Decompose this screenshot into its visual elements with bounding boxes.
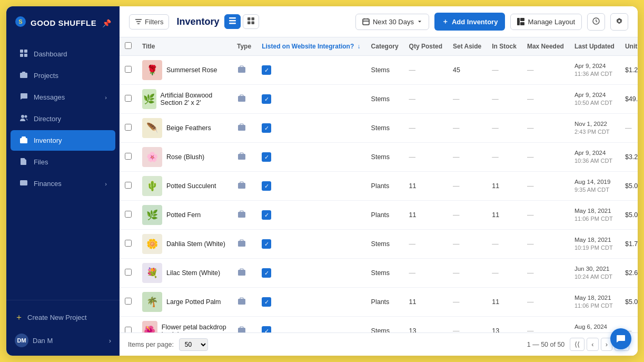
history-button[interactable] bbox=[587, 13, 605, 31]
filters-button[interactable]: Filters bbox=[129, 14, 169, 30]
item-thumbnail: 🌺 bbox=[142, 321, 157, 332]
row-category-cell: Stems bbox=[366, 114, 404, 143]
row-checkbox[interactable] bbox=[125, 269, 132, 276]
row-set-aside-cell: — bbox=[448, 172, 487, 201]
svg-rect-3 bbox=[24, 50, 27, 53]
row-listed-cell: ✓ bbox=[256, 201, 365, 230]
row-checkbox-cell[interactable] bbox=[120, 201, 137, 230]
sidebar-item-projects[interactable]: Projects bbox=[11, 65, 115, 86]
row-max-needed-cell: — bbox=[522, 143, 569, 172]
dash: — bbox=[409, 153, 416, 161]
row-listed-cell: ✓ bbox=[256, 259, 365, 288]
row-checkbox-cell[interactable] bbox=[120, 288, 137, 317]
item-thumbnail: 🌵 bbox=[142, 176, 162, 196]
row-checkbox[interactable] bbox=[125, 66, 132, 73]
sidebar-item-label-finances: Finances bbox=[34, 180, 62, 188]
row-checkbox-cell[interactable] bbox=[120, 259, 137, 288]
row-checkbox-cell[interactable] bbox=[120, 114, 137, 143]
sidebar-item-dashboard[interactable]: Dashboard bbox=[11, 44, 115, 64]
row-category-cell: Stems bbox=[366, 317, 404, 333]
row-set-aside-cell: — bbox=[448, 317, 487, 333]
row-unit-price-cell: $5.00 bbox=[620, 172, 638, 201]
add-inventory-button[interactable]: ＋ Add Inventory bbox=[434, 13, 505, 31]
row-title-cell: 🌴 Large Potted Palm bbox=[137, 288, 232, 317]
grid-view-button[interactable] bbox=[243, 14, 259, 29]
row-category-cell: Stems bbox=[366, 56, 404, 85]
select-all-checkbox[interactable] bbox=[125, 42, 132, 49]
sidebar-item-directory[interactable]: Directory bbox=[11, 109, 115, 129]
row-checkbox[interactable] bbox=[125, 182, 132, 189]
inventory-icon bbox=[19, 135, 28, 145]
row-checkbox[interactable] bbox=[125, 124, 132, 131]
settings-button[interactable] bbox=[610, 13, 628, 31]
row-in-stock-cell: 13 bbox=[487, 317, 522, 333]
dash: — bbox=[527, 66, 534, 74]
row-title-cell: 🌹 Summerset Rose bbox=[137, 56, 232, 85]
main-header: Filters Inventory Next 30 Days ＋ Add Inv… bbox=[120, 6, 638, 37]
dash: — bbox=[453, 95, 460, 103]
row-category-cell: Stems bbox=[366, 259, 404, 288]
row-listed-cell: ✓ bbox=[256, 288, 365, 317]
row-checkbox-cell[interactable] bbox=[120, 317, 137, 333]
row-qty-posted-cell: — bbox=[404, 56, 448, 85]
sidebar-item-label-directory: Directory bbox=[34, 115, 61, 123]
row-checkbox[interactable] bbox=[125, 240, 132, 247]
row-listed-cell: ✓ bbox=[256, 172, 365, 201]
row-checkbox-cell[interactable] bbox=[120, 230, 137, 259]
row-checkbox[interactable] bbox=[125, 211, 132, 218]
svg-rect-21 bbox=[517, 18, 520, 25]
row-last-updated-cell: Aug 6, 202412:42 PM CDT bbox=[569, 317, 620, 333]
row-type-cell bbox=[232, 56, 256, 85]
dash: — bbox=[492, 95, 499, 103]
create-new-project-button[interactable]: ＋ Create New Project bbox=[11, 307, 115, 328]
row-title-cell: 💐 Lilac Stem (White) bbox=[137, 259, 232, 288]
row-checkbox[interactable] bbox=[125, 95, 132, 102]
time-value: 10:24 AM CDT bbox=[574, 273, 615, 281]
row-qty-posted-cell: 11 bbox=[404, 172, 448, 201]
list-view-button[interactable] bbox=[224, 14, 241, 29]
add-inventory-label: Add Inventory bbox=[452, 18, 498, 26]
sidebar-item-messages[interactable]: Messages › bbox=[11, 87, 115, 107]
sidebar-item-label-messages: Messages bbox=[34, 93, 65, 101]
row-max-needed-cell: — bbox=[522, 288, 569, 317]
row-last-updated-cell: May 18, 202111:06 PM CDT bbox=[569, 201, 620, 230]
dash: — bbox=[527, 240, 534, 248]
row-title-cell: 🪶 Beige Feathers bbox=[137, 114, 232, 143]
first-page-button[interactable]: ⟨⟨ bbox=[570, 338, 584, 351]
row-checkbox-cell[interactable] bbox=[120, 56, 137, 85]
plus-icon: ＋ bbox=[15, 312, 23, 323]
row-max-needed-cell: — bbox=[522, 259, 569, 288]
items-per-page-select[interactable]: 50 10 25 100 bbox=[179, 338, 208, 351]
item-thumbnail: 🌿 bbox=[142, 205, 162, 225]
row-last-updated-cell: Apr 9, 202411:36 AM CDT bbox=[569, 56, 620, 85]
row-checkbox-cell[interactable] bbox=[120, 85, 137, 114]
col-header-listed[interactable]: Listed on Website Integration? ↓ bbox=[256, 37, 365, 56]
select-all-header[interactable] bbox=[120, 37, 137, 56]
row-checkbox[interactable] bbox=[125, 327, 132, 332]
manage-layout-button[interactable]: Manage Layout bbox=[510, 14, 582, 30]
sidebar-item-finances[interactable]: Finances › bbox=[11, 173, 115, 194]
row-checkbox[interactable] bbox=[125, 153, 132, 160]
chat-bubble-button[interactable] bbox=[610, 328, 631, 349]
item-thumbnail: 🌸 bbox=[142, 147, 162, 167]
dash: — bbox=[453, 240, 460, 248]
sidebar-item-files[interactable]: Files bbox=[11, 152, 115, 172]
row-checkbox[interactable] bbox=[125, 298, 132, 305]
row-checkbox-cell[interactable] bbox=[120, 172, 137, 201]
prev-page-button[interactable]: ‹ bbox=[587, 338, 598, 351]
logo-icon: S bbox=[15, 16, 26, 30]
row-in-stock-cell: — bbox=[487, 56, 522, 85]
dash: — bbox=[453, 211, 460, 219]
type-icon bbox=[237, 239, 246, 248]
date-range-button[interactable]: Next 30 Days bbox=[355, 14, 429, 30]
row-last-updated-cell: May 18, 202111:06 PM CDT bbox=[569, 288, 620, 317]
inventory-table: Title Type Listed on Website Integration… bbox=[120, 37, 638, 332]
row-set-aside-cell: — bbox=[448, 85, 487, 114]
item-thumbnail: 🌴 bbox=[142, 292, 162, 312]
row-checkbox-cell[interactable] bbox=[120, 143, 137, 172]
user-arrow-icon: › bbox=[109, 337, 111, 345]
row-in-stock-cell: — bbox=[487, 230, 522, 259]
sidebar-item-inventory[interactable]: Inventory bbox=[11, 130, 115, 151]
time-value: 9:35 AM CDT bbox=[574, 186, 615, 194]
row-title-cell: 🌿 Potted Fern bbox=[137, 201, 232, 230]
